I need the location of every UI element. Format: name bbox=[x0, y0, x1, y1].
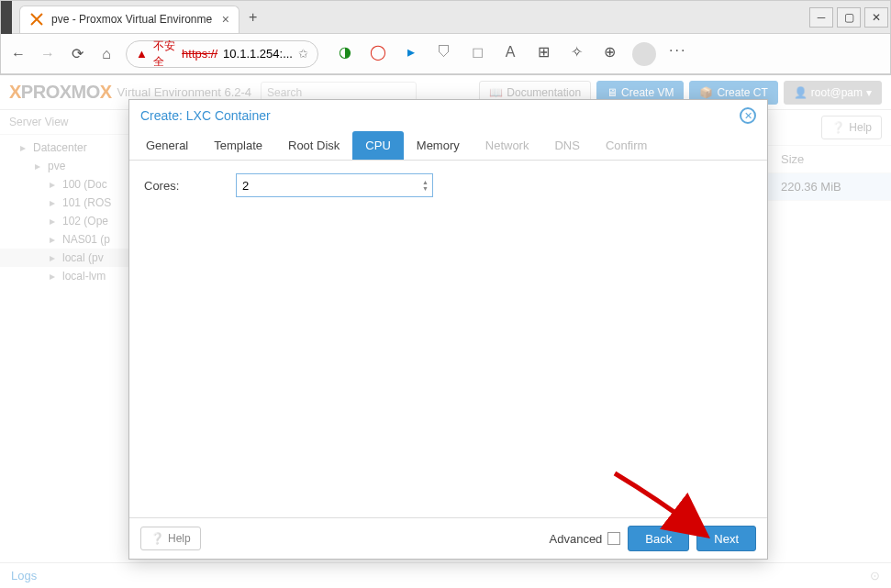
browser-tab[interactable]: pve - Proxmox Virtual Environme × bbox=[19, 6, 239, 33]
ext-icon-6[interactable]: A bbox=[500, 42, 520, 62]
browser-titlebar: pve - Proxmox Virtual Environme × + ─ ▢ … bbox=[1, 1, 890, 34]
insecure-icon: ▲ bbox=[136, 47, 148, 61]
cores-label: Cores: bbox=[144, 179, 236, 193]
url-protocol: https:// bbox=[182, 47, 217, 61]
insecure-label: 不安全 bbox=[153, 39, 176, 70]
wizard-tab-root-disk[interactable]: Root Disk bbox=[275, 131, 352, 160]
wizard-tabs: GeneralTemplateRoot DiskCPUMemoryNetwork… bbox=[129, 131, 767, 161]
collections-icon[interactable]: ⊕ bbox=[599, 42, 619, 62]
profile-avatar[interactable] bbox=[632, 42, 656, 66]
nav-forward-icon: → bbox=[38, 44, 58, 64]
tab-close-icon[interactable]: × bbox=[222, 12, 229, 27]
url-text: 10.1.1.254:... bbox=[223, 47, 293, 61]
tab-title: pve - Proxmox Virtual Environme bbox=[51, 13, 213, 26]
create-container-modal: Create: LXC Container ✕ GeneralTemplateR… bbox=[128, 99, 768, 560]
proxmox-favicon bbox=[29, 12, 44, 27]
advanced-checkbox[interactable] bbox=[607, 532, 620, 545]
wizard-tab-confirm: Confirm bbox=[593, 131, 661, 160]
wizard-tab-general[interactable]: General bbox=[133, 131, 201, 160]
wizard-tab-dns: DNS bbox=[541, 131, 592, 160]
new-tab-button[interactable]: + bbox=[249, 9, 257, 26]
ext-icon-1[interactable]: ◑ bbox=[335, 42, 355, 62]
wizard-tab-cpu[interactable]: CPU bbox=[352, 131, 403, 160]
cores-input[interactable] bbox=[242, 179, 427, 193]
browser-navbar: ← → ⟳ ⌂ ▲ 不安全 https:// 10.1.1.254:... ✩ … bbox=[1, 34, 890, 74]
back-button[interactable]: Back bbox=[628, 526, 689, 551]
advanced-label: Advanced bbox=[550, 532, 603, 546]
window-close[interactable]: ✕ bbox=[864, 7, 888, 28]
next-button[interactable]: Next bbox=[696, 526, 756, 551]
extensions-icon[interactable]: ⊞ bbox=[533, 42, 553, 62]
nav-home-icon[interactable]: ⌂ bbox=[96, 44, 117, 64]
tabs-button[interactable] bbox=[1, 1, 12, 34]
ext-icon-4[interactable]: ⛉ bbox=[434, 42, 454, 62]
menu-icon[interactable]: ··· bbox=[669, 42, 686, 66]
spinner-arrows[interactable]: ▲▼ bbox=[422, 179, 429, 192]
nav-back-icon[interactable]: ← bbox=[8, 44, 28, 64]
ext-icon-3[interactable]: ▸ bbox=[401, 42, 421, 62]
window-minimize[interactable]: ─ bbox=[809, 7, 833, 28]
window-maximize[interactable]: ▢ bbox=[837, 7, 861, 28]
ext-icon-2[interactable]: ◯ bbox=[368, 42, 388, 62]
wizard-tab-network: Network bbox=[473, 131, 542, 160]
wizard-tab-template[interactable]: Template bbox=[201, 131, 275, 160]
favorites-icon[interactable]: ✧ bbox=[566, 42, 586, 62]
wizard-tab-memory[interactable]: Memory bbox=[404, 131, 473, 160]
modal-title: Create: LXC Container bbox=[140, 108, 271, 123]
modal-help-button[interactable]: ❔ Help bbox=[140, 527, 201, 550]
ext-icon-5[interactable]: ◻ bbox=[467, 42, 487, 62]
url-bar[interactable]: ▲ 不安全 https:// 10.1.1.254:... ✩ bbox=[126, 40, 318, 68]
nav-reload-icon[interactable]: ⟳ bbox=[67, 44, 87, 64]
modal-close-button[interactable]: ✕ bbox=[740, 107, 756, 124]
cores-spinner[interactable]: ▲▼ bbox=[236, 173, 433, 197]
favorite-icon[interactable]: ✩ bbox=[298, 47, 308, 61]
